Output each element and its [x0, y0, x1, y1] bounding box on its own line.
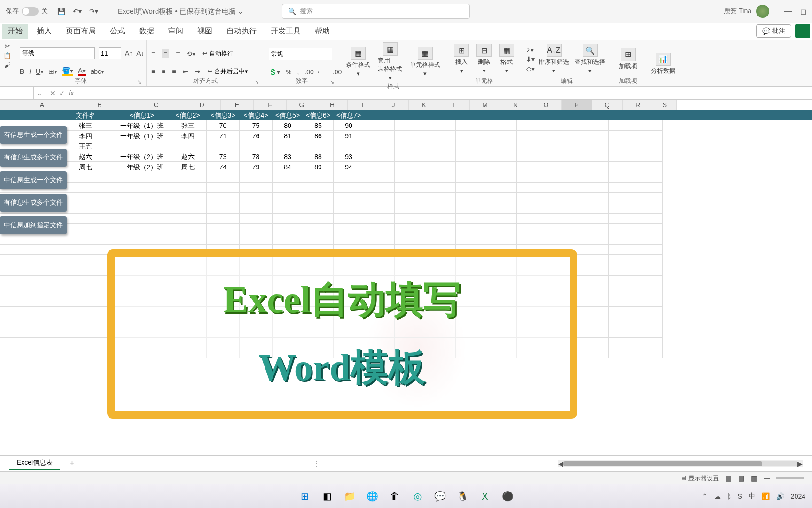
cell[interactable]	[639, 131, 663, 141]
cell[interactable]	[56, 276, 115, 286]
tab-formulas[interactable]: 公式	[104, 24, 131, 39]
cell[interactable]	[609, 286, 639, 296]
cell[interactable]	[364, 193, 395, 203]
cell[interactable]: 70	[207, 120, 240, 131]
cell[interactable]	[456, 214, 486, 224]
cell[interactable]	[395, 141, 425, 151]
cell[interactable]	[395, 162, 425, 172]
cell[interactable]	[456, 141, 486, 151]
cell[interactable]: 74	[207, 162, 240, 172]
cell[interactable]	[0, 338, 56, 348]
tab-scroll-menu-icon[interactable]: ⋮	[313, 460, 320, 468]
cell[interactable]	[578, 338, 609, 348]
maximize-icon[interactable]: ◻	[800, 7, 806, 16]
cell[interactable]	[578, 203, 609, 214]
cell[interactable]	[0, 307, 56, 317]
cancel-formula-icon[interactable]: ✕	[50, 89, 55, 97]
cell[interactable]	[364, 151, 395, 162]
bold-icon[interactable]: B	[20, 68, 24, 75]
cell[interactable]	[609, 296, 639, 307]
cell[interactable]	[578, 120, 609, 131]
cell[interactable]	[115, 172, 169, 183]
cell[interactable]	[240, 193, 273, 203]
cell[interactable]: <信息7>	[334, 110, 364, 120]
cell[interactable]	[303, 214, 334, 224]
cell[interactable]: 90	[334, 120, 364, 131]
format-as-table-button[interactable]: ▦套用 表格格式▾	[376, 42, 404, 81]
side-button[interactable]: 有信息生成多个文件	[0, 149, 67, 167]
cell[interactable]	[578, 348, 609, 358]
cell[interactable]	[609, 265, 639, 276]
cell[interactable]	[609, 141, 639, 151]
cell[interactable]	[547, 203, 578, 214]
cell[interactable]	[0, 317, 56, 327]
cell[interactable]	[578, 162, 609, 172]
cell[interactable]	[639, 255, 663, 265]
volume-icon[interactable]: 🔊	[776, 492, 784, 500]
cell[interactable]	[486, 183, 517, 193]
cell[interactable]	[517, 151, 547, 162]
cell[interactable]	[639, 203, 663, 214]
cell[interactable]	[456, 203, 486, 214]
cell[interactable]	[0, 110, 56, 120]
undo-icon[interactable]: ↶▾	[73, 8, 82, 15]
cell[interactable]	[486, 224, 517, 234]
cell[interactable]	[425, 214, 456, 224]
cell[interactable]: 80	[273, 120, 303, 131]
cell[interactable]	[169, 141, 207, 151]
cell[interactable]	[639, 224, 663, 234]
cell[interactable]	[0, 245, 56, 255]
cell[interactable]	[364, 183, 395, 193]
col-header[interactable]: B	[70, 100, 129, 110]
excel-icon[interactable]: X	[476, 488, 493, 505]
tab-view[interactable]: 视图	[192, 24, 218, 39]
cell[interactable]	[639, 245, 663, 255]
cell[interactable]	[303, 193, 334, 203]
cell[interactable]	[207, 141, 240, 151]
cell[interactable]	[240, 224, 273, 234]
cell[interactable]	[115, 234, 169, 245]
cell[interactable]	[169, 234, 207, 245]
cell[interactable]	[56, 338, 115, 348]
cell[interactable]	[273, 183, 303, 193]
cell[interactable]: 88	[303, 151, 334, 162]
cell[interactable]	[303, 183, 334, 193]
cell[interactable]	[517, 203, 547, 214]
cell[interactable]	[169, 214, 207, 224]
underline-icon[interactable]: U▾	[36, 68, 44, 75]
cell[interactable]	[273, 193, 303, 203]
cell[interactable]	[425, 110, 456, 120]
cell[interactable]	[425, 162, 456, 172]
wrap-text-button[interactable]: ↩ 自动换行	[202, 49, 234, 58]
tab-review[interactable]: 审阅	[163, 24, 189, 39]
orientation-icon[interactable]: ⟲▾	[187, 50, 195, 57]
cell[interactable]	[456, 162, 486, 172]
cell[interactable]	[425, 120, 456, 131]
network-icon[interactable]: 📶	[762, 492, 770, 500]
cell[interactable]	[639, 120, 663, 131]
cell[interactable]	[364, 214, 395, 224]
cell[interactable]	[303, 224, 334, 234]
tab-insert[interactable]: 插入	[31, 24, 57, 39]
cell[interactable]	[364, 131, 395, 141]
cell[interactable]	[609, 348, 639, 358]
cell[interactable]	[547, 120, 578, 131]
tab-home[interactable]: 开始	[2, 24, 28, 39]
cell[interactable]	[207, 203, 240, 214]
cell[interactable]	[56, 255, 115, 265]
align-left-icon[interactable]: ≡	[151, 68, 155, 75]
cell[interactable]	[609, 193, 639, 203]
format-painter-icon[interactable]: 🖌	[4, 61, 11, 69]
cell[interactable]	[639, 110, 663, 120]
cell[interactable]: 89	[303, 162, 334, 172]
cell[interactable]	[609, 110, 639, 120]
cell[interactable]	[273, 203, 303, 214]
cell[interactable]	[207, 214, 240, 224]
cell[interactable]	[240, 141, 273, 151]
cell[interactable]	[609, 234, 639, 245]
cell[interactable]	[486, 120, 517, 131]
cell[interactable]	[303, 141, 334, 151]
cell[interactable]	[0, 327, 56, 338]
col-header[interactable]: P	[562, 100, 592, 110]
cell[interactable]	[0, 265, 56, 276]
